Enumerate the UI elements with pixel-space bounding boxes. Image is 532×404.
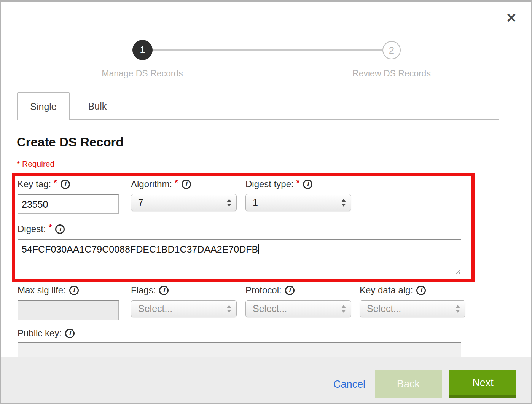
digest-value: 54FCF030AA1C79C0088FDEC1BD1C37DAA2E70DFB bbox=[22, 244, 258, 254]
flags-field: Flags: i Select... bbox=[131, 285, 237, 317]
key-tag-input[interactable] bbox=[18, 194, 119, 214]
info-icon[interactable]: i bbox=[182, 180, 191, 189]
protocol-field: Protocol: i Select... bbox=[245, 285, 351, 317]
max-sig-life-field: Max sig life: i bbox=[18, 285, 119, 320]
step-1-number: 1 bbox=[140, 45, 145, 56]
back-button[interactable]: Back bbox=[375, 370, 442, 398]
info-icon[interactable]: i bbox=[285, 286, 295, 295]
digest-field: Digest: * i 54FCF030AA1C79C0088FDEC1BD1C… bbox=[18, 224, 461, 275]
key-tag-field: Key tag: * i bbox=[18, 179, 119, 214]
public-key-field: Public key: i bbox=[18, 328, 75, 339]
key-tag-label: Key tag: bbox=[18, 179, 51, 189]
protocol-select[interactable]: Select... bbox=[245, 300, 351, 317]
key-data-alg-field: Key data alg: i Select... bbox=[360, 285, 465, 317]
algorithm-select-value: 7 bbox=[138, 197, 143, 208]
create-ds-record-dialog: ✕ 1 2 Manage DS Records Review DS Record… bbox=[0, 0, 532, 404]
digest-type-select[interactable]: 1 bbox=[245, 194, 351, 211]
required-note: * Required bbox=[17, 159, 54, 169]
algorithm-label: Algorithm: bbox=[131, 179, 172, 189]
flags-label: Flags: bbox=[131, 285, 156, 296]
required-asterisk: * bbox=[296, 178, 300, 188]
info-icon[interactable]: i bbox=[159, 286, 169, 295]
text-cursor bbox=[258, 244, 259, 254]
max-sig-life-label: Max sig life: bbox=[18, 285, 66, 296]
next-button[interactable]: Next bbox=[449, 370, 516, 398]
digest-textarea[interactable]: 54FCF030AA1C79C0088FDEC1BD1C37DAA2E70DFB bbox=[18, 239, 461, 275]
info-icon[interactable]: i bbox=[61, 180, 70, 189]
digest-type-select-value: 1 bbox=[253, 197, 258, 208]
info-icon[interactable]: i bbox=[416, 286, 426, 295]
key-data-alg-select-value: Select... bbox=[367, 303, 401, 314]
resize-handle-icon[interactable] bbox=[454, 268, 460, 274]
tab-bulk-label: Bulk bbox=[88, 101, 107, 112]
tab-bulk[interactable]: Bulk bbox=[71, 92, 124, 120]
required-asterisk: * bbox=[54, 178, 57, 188]
select-spinner-icon bbox=[456, 305, 460, 313]
tab-single[interactable]: Single bbox=[17, 92, 70, 120]
algorithm-select[interactable]: 7 bbox=[131, 194, 237, 211]
required-asterisk: * bbox=[175, 178, 178, 188]
flags-select[interactable]: Select... bbox=[131, 300, 237, 317]
select-spinner-icon bbox=[227, 305, 231, 313]
select-spinner-icon bbox=[227, 199, 231, 207]
flags-select-value: Select... bbox=[138, 303, 172, 314]
step-2-number: 2 bbox=[389, 45, 394, 56]
info-icon[interactable]: i bbox=[55, 224, 65, 234]
select-spinner-icon bbox=[341, 199, 346, 207]
step-2-label: Review DS Records bbox=[331, 68, 452, 79]
digest-type-label: Digest type: bbox=[245, 179, 294, 189]
info-icon[interactable]: i bbox=[69, 286, 79, 295]
info-icon[interactable]: i bbox=[65, 329, 75, 338]
close-button[interactable]: ✕ bbox=[506, 11, 517, 24]
max-sig-life-input[interactable] bbox=[18, 300, 119, 320]
digest-label: Digest: bbox=[18, 224, 46, 234]
tab-single-label: Single bbox=[30, 101, 57, 112]
digest-type-field: Digest type: * i 1 bbox=[245, 179, 351, 211]
cancel-button[interactable]: Cancel bbox=[333, 379, 365, 390]
algorithm-field: Algorithm: * i 7 bbox=[131, 179, 237, 211]
key-data-alg-select[interactable]: Select... bbox=[360, 300, 465, 317]
page-title: Create DS Record bbox=[17, 135, 124, 150]
step-2-indicator: 2 bbox=[382, 41, 401, 59]
public-key-label: Public key: bbox=[18, 328, 62, 339]
step-1-indicator: 1 bbox=[132, 40, 153, 60]
protocol-label: Protocol: bbox=[245, 285, 282, 296]
protocol-select-value: Select... bbox=[253, 303, 287, 314]
key-data-alg-label: Key data alg: bbox=[360, 285, 413, 296]
close-icon: ✕ bbox=[506, 11, 517, 25]
step-1-label: Manage DS Records bbox=[81, 68, 203, 79]
required-asterisk: * bbox=[49, 223, 52, 232]
select-spinner-icon bbox=[341, 305, 346, 313]
stepper-connector-line bbox=[153, 49, 382, 51]
info-icon[interactable]: i bbox=[303, 180, 312, 189]
